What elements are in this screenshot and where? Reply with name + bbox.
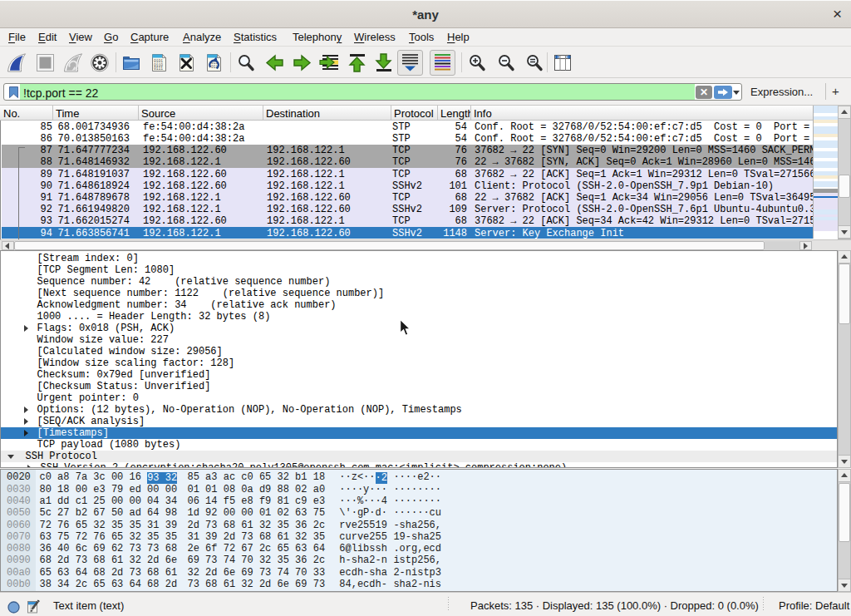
- svg-text:0111: 0111: [154, 67, 163, 71]
